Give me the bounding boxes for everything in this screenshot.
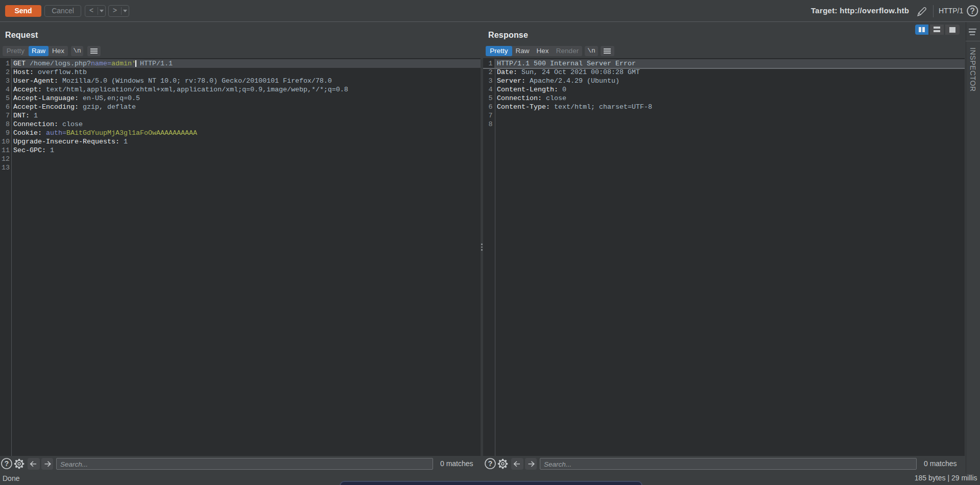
svg-text:?: ? [4, 459, 9, 468]
svg-text:?: ? [970, 7, 975, 15]
svg-text:?: ? [488, 459, 492, 468]
